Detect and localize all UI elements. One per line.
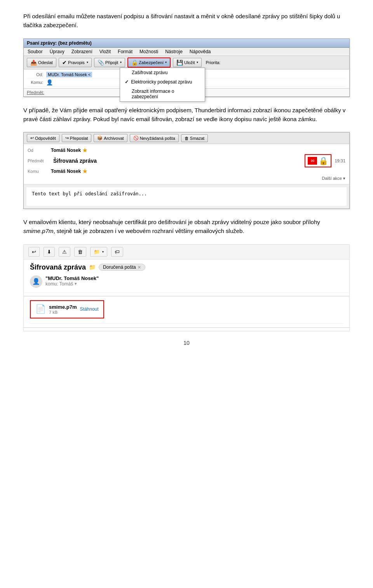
- webmail-subject: Šifrovaná zpráva: [30, 263, 86, 271]
- from-label: Od:: [27, 72, 46, 77]
- compose-menubar: Soubor Úpravy Zobrazení Vložit Formát Mo…: [24, 48, 349, 56]
- email-header: Od Tomáš Nosek ★ Předmět Šifrovaná zpráv…: [24, 144, 349, 184]
- webmail-screenshot: ↩ ⬇ ⚠ 🗑 📁 ▾ 🏷 Šifrovaná zpráva 📁 Doručen…: [23, 244, 350, 331]
- webmail-folder-icon: 📁: [94, 249, 100, 255]
- email-body: Tento text byl při odeslání zašifrován..…: [26, 187, 347, 206]
- archive-button[interactable]: 📦 Archivovat: [94, 134, 127, 142]
- compose-toolbar: 📤 Odeslat ✔ Pravopis ▾ 📎 Připojit ▾ 🔒 Za…: [24, 56, 349, 70]
- from-value[interactable]: MUDr. Tomáš Nosek <: [46, 72, 92, 77]
- save-button[interactable]: 💾 Uložit ▾: [173, 58, 202, 67]
- to-dropdown-arrow[interactable]: ▾: [75, 281, 77, 286]
- attach-button[interactable]: 📎 Připojit ▾: [94, 58, 125, 67]
- webmail-download-button[interactable]: ⬇: [44, 247, 55, 257]
- menu-zobrazeni[interactable]: Zobrazení: [71, 49, 93, 55]
- intro-paragraph: Při odesílání emailu můžete nastavení po…: [23, 12, 350, 30]
- footer-divider: [24, 327, 349, 328]
- to-label: Komu:: [27, 80, 46, 85]
- webmail-folder-button[interactable]: 📁 ▾: [90, 247, 107, 257]
- webmail-alert-button[interactable]: ⚠: [59, 247, 70, 257]
- webmail-sender-row: 👤 "MUDr. Tomáš Nosek" komu: Tomáš ▾: [30, 273, 343, 290]
- signature-icon: ✉: [308, 157, 317, 165]
- webmail-subject-line: Šifrovaná zpráva 📁 Doručená pošta ✕: [30, 263, 343, 271]
- webmail-to-line: komu: Tomáš ▾: [45, 281, 343, 287]
- menu-nastroje[interactable]: Nástroje: [164, 49, 183, 55]
- menu-vlozit[interactable]: Vložit: [99, 49, 112, 55]
- to-icon: 👤: [46, 79, 53, 85]
- webmail-sender-info: "MUDr. Tomáš Nosek" komu: Tomáš ▾: [45, 275, 343, 287]
- webmail-folder-badge: Doručená pošta ✕: [99, 264, 145, 271]
- forward-button[interactable]: ↪ Přeposlat: [62, 134, 91, 142]
- to-star-icon: ★: [82, 168, 87, 174]
- email-view-screenshot: ↩ Odpovědět ↪ Přeposlat 📦 Archivovat 🚫 N…: [23, 132, 350, 209]
- attachment-download-link[interactable]: Stáhnout: [80, 306, 99, 312]
- webmail-toolbar: ↩ ⬇ ⚠ 🗑 📁 ▾ 🏷: [24, 245, 349, 259]
- attachment-file-icon: 📄: [35, 304, 46, 314]
- junk-button[interactable]: 🚫 Nevyžádaná pošta: [130, 134, 179, 142]
- delete-button[interactable]: 🗑 Smazat: [181, 134, 208, 142]
- email-to-row: Komu Tomáš Nosek ★: [28, 167, 345, 175]
- attachment-item: 📄 smime.p7m 7 kB Stáhnout: [30, 300, 104, 318]
- attachment-details: smime.p7m 7 kB: [49, 304, 77, 315]
- webmail-tag-icon: 🏷: [115, 249, 120, 255]
- folder-color-icon: 📁: [89, 264, 96, 270]
- save-icon: 💾: [176, 59, 183, 66]
- send-button[interactable]: 📤 Odeslat: [27, 58, 56, 67]
- paragraph-3: V emailovém klientu, který neobsahuje ce…: [23, 217, 350, 236]
- menu-upravy[interactable]: Úpravy: [49, 49, 65, 55]
- priority-label: Priorita:: [206, 60, 220, 65]
- email-from-label: Od: [28, 148, 51, 153]
- webmail-header: Šifrovaná zpráva 📁 Doručená pošta ✕ 👤 "M…: [24, 259, 349, 293]
- security-menu-item-encrypt[interactable]: Zašifrovat zprávu: [120, 68, 205, 77]
- encryption-lock-icon: 🔒: [319, 156, 328, 165]
- menu-format[interactable]: Formát: [117, 49, 133, 55]
- email-subject-row: Předmět Šifrovaná zpráva ✉ 🔒 19:31: [28, 154, 345, 167]
- compose-titlebar: Psaní zprávy: (bez předmětu): [24, 39, 349, 48]
- email-to-label: Komu: [28, 169, 51, 174]
- security-menu-item-sign[interactable]: Elektronicky podepsat zprávu: [120, 77, 205, 87]
- menu-soubor[interactable]: Soubor: [27, 49, 44, 55]
- menu-napoveda[interactable]: Nápověda: [189, 49, 212, 55]
- security-menu-item-info[interactable]: Zobrazit informace o zabezpečení: [120, 87, 205, 101]
- archive-icon: 📦: [97, 136, 103, 141]
- attach-icon: 📎: [98, 59, 104, 66]
- attachment-size: 7 kB: [49, 310, 77, 315]
- close-badge-icon[interactable]: ✕: [138, 265, 141, 270]
- paragraph-2: V případě, že Vám přijde email opatřený …: [23, 106, 350, 124]
- forward-icon: ↪: [65, 136, 69, 141]
- email-subject-label: Předmět: [28, 158, 51, 163]
- security-button[interactable]: 🔒 Zabezpečení ▾: [127, 57, 171, 68]
- header-divider: [24, 296, 349, 296]
- sender-avatar: 👤: [30, 275, 42, 288]
- webmail-alert-icon: ⚠: [62, 249, 67, 255]
- email-from-value: Tomáš Nosek ★: [51, 147, 87, 153]
- webmail-attachment-area: 📄 smime.p7m 7 kB Stáhnout: [30, 300, 343, 324]
- spelling-icon: ✔: [62, 59, 67, 66]
- email-subject-value: Šifrovaná zpráva: [53, 158, 97, 164]
- email-from-row: Od Tomáš Nosek ★: [28, 146, 345, 154]
- page-number: 10: [23, 340, 350, 346]
- spelling-button[interactable]: ✔ Pravopis ▾: [59, 58, 92, 67]
- webmail-delete-icon: 🗑: [78, 249, 83, 255]
- subject-label: Předmět:: [27, 90, 44, 95]
- reply-icon: ↩: [30, 136, 34, 141]
- lock-icon: 🔒: [131, 59, 138, 66]
- delete-icon: 🗑: [185, 136, 189, 141]
- webmail-download-icon: ⬇: [47, 249, 51, 255]
- email-view-toolbar: ↩ Odpovědět ↪ Přeposlat 📦 Archivovat 🚫 N…: [24, 132, 349, 144]
- junk-icon: 🚫: [133, 136, 139, 141]
- email-time: 19:31: [335, 158, 345, 163]
- avatar-person-icon: 👤: [32, 278, 40, 285]
- further-actions[interactable]: Další akce ▾: [28, 175, 345, 182]
- webmail-reply-icon: ↩: [32, 249, 36, 255]
- email-to-value: Tomáš Nosek ★: [51, 168, 87, 174]
- menu-moznosti[interactable]: Možnosti: [139, 49, 159, 55]
- compose-window-screenshot: Psaní zprávy: (bez předmětu) Soubor Úpra…: [23, 38, 350, 97]
- send-icon: 📤: [30, 59, 37, 66]
- reply-button[interactable]: ↩ Odpovědět: [27, 134, 59, 142]
- star-icon: ★: [82, 147, 87, 153]
- security-menu: Zašifrovat zprávu Elektronicky podepsat …: [120, 68, 205, 102]
- webmail-delete-button[interactable]: 🗑: [74, 247, 86, 257]
- webmail-tag-button[interactable]: 🏷: [111, 247, 123, 257]
- security-dropdown-wrapper: 🔒 Zabezpečení ▾ Zašifrovat zprávu Elektr…: [127, 57, 171, 68]
- webmail-reply-button[interactable]: ↩: [28, 247, 40, 257]
